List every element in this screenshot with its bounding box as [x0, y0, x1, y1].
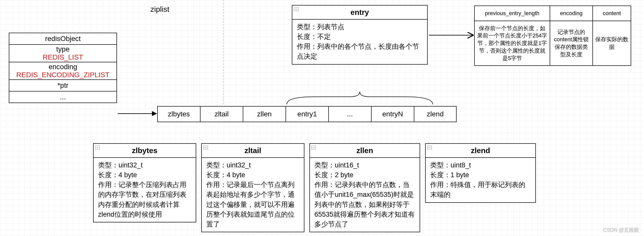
collapse-icon: −	[203, 146, 208, 149]
entry-box-body: 类型：列表节点 长度：不定 作用：列表中的各个节点，长度由各个节点决定	[292, 20, 427, 64]
redis-encoding-label: encoding	[10, 63, 115, 71]
entry-breakdown-table: previous_entry_length 保存前一个节点的长度，如果前一个节点…	[474, 6, 631, 66]
detail-zltail: −zltail 类型：uint32_t 长度：4 byte 作用：记录最后一个节…	[201, 143, 304, 232]
zl-cell-zllen: zllen	[243, 106, 286, 122]
redis-object-box: redisObject type REDIS_LIST encoding RED…	[9, 33, 117, 103]
ziplist-row: zlbytes zltail zllen entry1 ... entryN z…	[157, 106, 457, 122]
detail-zltail-body: 类型：uint32_t 长度：4 byte 作用：记录最后一个节点离列表起始地址…	[202, 158, 304, 232]
watermark: CSDN @玄殿殿	[603, 227, 639, 233]
entry-col1-body: 记录节点的content属性锁保存的数据类型及长度	[550, 21, 592, 65]
entry-col2-body: 保存实际的数据	[593, 21, 631, 65]
redis-header: redisObject	[9, 33, 116, 45]
collapse-icon: −	[427, 146, 432, 149]
detail-zlbytes-title: zlbytes	[132, 146, 157, 155]
entry-col0-body: 保存前一个节点的长度，如果前一个节点长度小于254字节，那个属性的长度就是1字节…	[475, 21, 550, 65]
collapse-icon: −	[294, 8, 298, 11]
diagram-title: ziplist	[150, 5, 169, 14]
zl-cell-zlend: zlend	[414, 106, 457, 122]
entry-col0-header: previous_entry_length	[475, 6, 550, 21]
zl-cell-zltail: zltail	[200, 106, 243, 122]
entry-col1-header: encoding	[550, 6, 592, 21]
detail-zlend-body: 类型：uint8_t 长度：1 byte 作用：特殊值，用于标记列表的末端的	[426, 158, 535, 202]
redis-type-label: type	[10, 45, 115, 53]
collapse-icon: −	[95, 146, 100, 149]
entry-col2-header: content	[593, 6, 631, 21]
detail-zlend-title: zlend	[471, 146, 490, 155]
collapse-icon: −	[311, 146, 316, 149]
detail-zllen-body: 类型：uint16_t 长度：2 byte 作用：记录列表中的节点数，当值小于u…	[310, 158, 420, 232]
detail-zllen-title: zllen	[356, 146, 373, 155]
redis-type-value: REDIS_LIST	[10, 53, 115, 61]
zl-cell-entry1: entry1	[286, 106, 328, 122]
detail-zlend: −zlend 类型：uint8_t 长度：1 byte 作用：特殊值，用于标记列…	[425, 143, 536, 203]
entry-box-title: entry	[350, 8, 369, 16]
redis-dots: ...	[9, 91, 116, 103]
detail-zltail-title: zltail	[245, 146, 261, 155]
redis-encoding-value: REDIS_ENCODING_ZIPLIST	[10, 71, 115, 79]
zl-cell-zlbytes: zlbytes	[157, 106, 200, 122]
entry-box: −entry 类型：列表节点 长度：不定 作用：列表中的各个节点，长度由各个节点…	[292, 5, 428, 65]
detail-zlbytes-body: 类型：uint32_t 长度：4 byte 作用：记录整个压缩列表占用的内存字节…	[94, 158, 196, 222]
detail-zllen: −zllen 类型：uint16_t 长度：2 byte 作用：记录列表中的节点…	[309, 143, 420, 232]
zl-cell-dots: ...	[328, 106, 371, 122]
redis-ptr-label: *ptr	[9, 80, 116, 91]
zl-cell-entryn: entryN	[371, 106, 414, 122]
detail-zlbytes: −zlbytes 类型：uint32_t 长度：4 byte 作用：记录整个压缩…	[93, 143, 196, 222]
